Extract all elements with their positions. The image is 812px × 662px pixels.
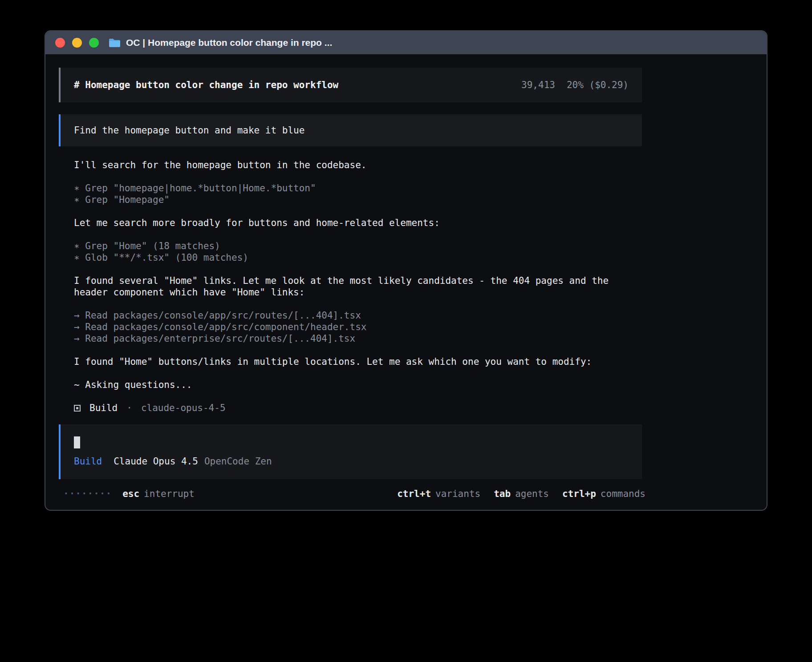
shortcut-variants: ctrl+t variants	[397, 488, 480, 500]
tool-call-grep: ∗ Grep "Home" (18 matches)	[59, 240, 642, 252]
user-message-text: Find the homepage button and make it blu…	[74, 125, 304, 136]
minimize-button[interactable]	[72, 38, 82, 48]
assistant-text: I found "Home" buttons/links in multiple…	[59, 356, 642, 367]
traffic-lights	[55, 38, 99, 48]
input-mode-label: Build	[74, 456, 102, 467]
input-provider-label: OpenCode Zen	[204, 456, 272, 467]
terminal-window: OC | Homepage button color change in rep…	[45, 30, 767, 511]
terminal-content: # Homepage button color change in repo w…	[45, 54, 767, 500]
status-bar: ········ esc interrupt ctrl+t variants t…	[59, 488, 646, 500]
text-cursor	[74, 436, 80, 448]
agent-icon	[74, 405, 81, 412]
shortcut-label: agents	[515, 488, 549, 500]
window-title: OC | Homepage button color change in rep…	[126, 37, 332, 48]
tool-call-grep: ∗ Grep "homepage|home.*button|Home.*butt…	[59, 182, 642, 194]
close-button[interactable]	[55, 38, 65, 48]
tool-call-glob: ∗ Glob "**/*.tsx" (100 matches)	[59, 252, 642, 263]
assistant-text: Let me search more broadly for buttons a…	[59, 217, 642, 229]
agent-status-line: Build · claude-opus-4-5	[59, 402, 767, 414]
tool-call-read: → Read packages/enterprise/src/routes/[.…	[59, 333, 642, 344]
shortcut-label: variants	[435, 488, 480, 500]
agent-model: claude-opus-4-5	[141, 402, 226, 414]
shortcut-label: interrupt	[144, 488, 195, 500]
context-usage: 20% ($0.29)	[567, 79, 629, 91]
tool-call-grep: ∗ Grep "Homepage"	[59, 194, 642, 206]
window-titlebar[interactable]: OC | Homepage button color change in rep…	[45, 31, 767, 54]
shortcut-commands: ctrl+p commands	[562, 488, 646, 500]
tool-call-read: → Read packages/console/app/src/routes/[…	[59, 310, 642, 321]
shortcut-key: ctrl+p	[562, 488, 596, 500]
tool-call-read: → Read packages/console/app/src/componen…	[59, 321, 642, 333]
assistant-text: I found several "Home" links. Let me loo…	[59, 275, 642, 298]
shortcut-agents: tab agents	[494, 488, 549, 500]
agent-separator: ·	[126, 402, 132, 414]
spinner-dots: ········	[63, 488, 112, 500]
assistant-status-text: ~ Asking questions...	[59, 379, 642, 391]
session-title: # Homepage button color change in repo w…	[74, 79, 338, 91]
shortcut-key: esc	[122, 488, 139, 500]
shortcut-interrupt: esc interrupt	[122, 488, 195, 500]
input-model-label: Claude Opus 4.5	[114, 456, 198, 467]
token-count: 39,413	[521, 79, 555, 91]
shortcut-key: ctrl+t	[397, 488, 431, 500]
shortcut-label: commands	[601, 488, 646, 500]
assistant-text: I'll search for the homepage button in t…	[59, 159, 642, 171]
status-bar-right: ctrl+t variants tab agents ctrl+p comman…	[397, 488, 646, 500]
session-header: # Homepage button color change in repo w…	[59, 68, 642, 102]
input-footer: Build Claude Opus 4.5 OpenCode Zen	[74, 456, 629, 467]
user-message: Find the homepage button and make it blu…	[59, 114, 642, 146]
zoom-button[interactable]	[89, 38, 99, 48]
session-stats: 39,413 20% ($0.29)	[521, 79, 629, 91]
folder-icon	[109, 38, 121, 48]
agent-name: Build	[89, 402, 118, 414]
status-bar-left: ········ esc interrupt	[63, 488, 195, 500]
shortcut-key: tab	[494, 488, 511, 500]
prompt-input[interactable]: Build Claude Opus 4.5 OpenCode Zen	[59, 424, 642, 479]
